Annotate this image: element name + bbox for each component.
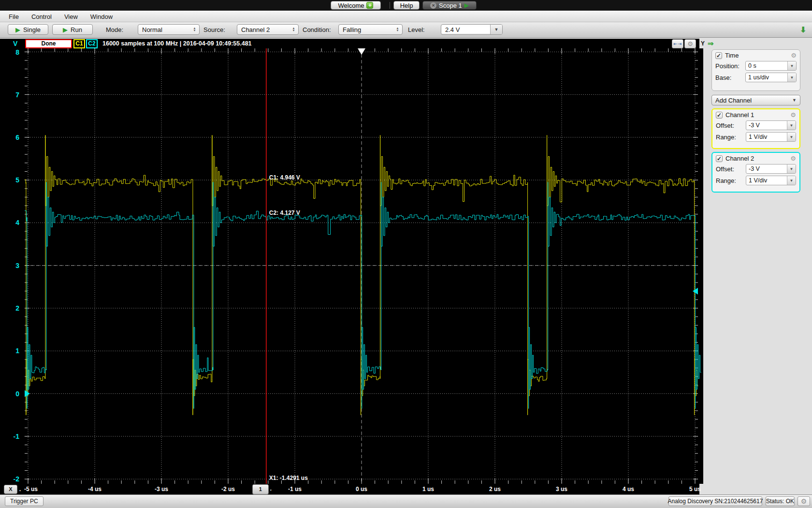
channel2-chip[interactable]: C2 bbox=[86, 39, 98, 48]
run-tab-icon[interactable]: ▶ bbox=[464, 2, 469, 8]
channel2-section: ✓ Channel 2 ⚙ Offset: -3 V ▼ Range: 1 V/… bbox=[711, 152, 800, 193]
x-tick-label: 2 us bbox=[489, 486, 501, 493]
add-channel-label: Add Channel bbox=[715, 97, 792, 104]
source-select[interactable]: Channel 2 ▲▼ bbox=[237, 24, 299, 35]
tab-welcome[interactable]: Welcome + bbox=[331, 1, 381, 10]
acquisition-status-button[interactable]: Done bbox=[25, 39, 72, 48]
chevron-down-icon: ▼ bbox=[787, 73, 796, 82]
time-position-select[interactable]: 0 s ▼ bbox=[745, 61, 797, 71]
tab-scope1[interactable]: ✕ Scope 1 ▶ bbox=[422, 1, 477, 10]
mode-select[interactable]: Normal ▲▼ bbox=[138, 24, 200, 35]
x-tick-label: 3 us bbox=[556, 486, 567, 493]
menu-view[interactable]: View bbox=[64, 13, 78, 20]
fit-width-icon[interactable]: ⇤⇥ bbox=[672, 39, 683, 48]
tab-help-label: Help bbox=[400, 2, 413, 9]
capture-info-text: 16000 samples at 100 MHz | 2016-04-09 10… bbox=[102, 40, 252, 47]
x-tick-label: 4 us bbox=[623, 486, 634, 493]
stepper-icon: ▲▼ bbox=[394, 27, 402, 32]
add-channel-button[interactable]: Add Channel ▼ bbox=[711, 95, 800, 105]
mode-value: Normal bbox=[138, 26, 191, 33]
channel1-chip[interactable]: C1 bbox=[73, 39, 85, 48]
base-label: Base: bbox=[715, 74, 745, 81]
trigger-pc-button[interactable]: Trigger PC bbox=[5, 496, 44, 506]
chevron-down-icon[interactable]: ▼ bbox=[490, 25, 502, 34]
channel2-offset-select[interactable]: -3 V ▼ bbox=[746, 164, 796, 174]
time-title: Time bbox=[725, 52, 791, 59]
condition-label: Condition: bbox=[303, 26, 331, 33]
svg-text:C2: 4.127 V: C2: 4.127 V bbox=[269, 209, 300, 216]
offset-value: -3 V bbox=[746, 122, 787, 129]
chevron-down-icon: ▼ bbox=[787, 133, 796, 141]
x-tick-label: 0 us bbox=[356, 486, 367, 493]
chevron-down-icon[interactable]: ▾ bbox=[17, 489, 23, 493]
condition-value: Falling bbox=[339, 26, 394, 33]
run-icon: ▶ bbox=[63, 26, 68, 33]
x-tick-label: -3 us bbox=[155, 486, 168, 493]
device-button[interactable]: Analog Discovery SN:210244625617 bbox=[668, 496, 762, 506]
menu-control[interactable]: Control bbox=[31, 13, 52, 20]
offset-value: -3 V bbox=[746, 165, 787, 172]
chevron-down-icon: ▼ bbox=[787, 121, 796, 130]
x-tick-label: 5 us bbox=[689, 486, 701, 493]
cursor1-handle[interactable]: 1 bbox=[252, 484, 269, 494]
export-download-icon[interactable]: ⬇ bbox=[800, 25, 806, 34]
svg-text:1: 1 bbox=[15, 347, 19, 355]
add-instrument-icon[interactable]: + bbox=[366, 2, 373, 9]
position-label: Position: bbox=[715, 62, 745, 70]
channel1-checkbox[interactable]: ✓ bbox=[716, 112, 723, 119]
scope-header-bar: V Done C1 C2 16000 samples at 100 MHz | … bbox=[0, 39, 699, 48]
source-value: Channel 2 bbox=[237, 26, 290, 33]
svg-text:8: 8 bbox=[15, 48, 19, 56]
x-tick-label: -5 us bbox=[24, 486, 38, 493]
condition-select[interactable]: Falling ▲▼ bbox=[338, 24, 403, 35]
x-tick-label: -4 us bbox=[88, 486, 102, 493]
channel2-title: Channel 2 bbox=[725, 155, 790, 162]
oscilloscope-plot[interactable]: 876543210-1-2C1: 4.946 VC2: 4.127 VX1: -… bbox=[0, 48, 703, 484]
range-value: 1 V/div bbox=[746, 134, 787, 140]
svg-text:2: 2 bbox=[15, 304, 19, 312]
run-button[interactable]: ▶ Run bbox=[52, 24, 93, 35]
svg-text:C1: 4.946 V: C1: 4.946 V bbox=[269, 174, 300, 181]
gear-icon[interactable]: ⚙ bbox=[790, 155, 796, 162]
mode-label: Mode: bbox=[106, 26, 123, 33]
menu-window[interactable]: Window bbox=[90, 13, 113, 20]
time-checkbox[interactable]: ✓ bbox=[715, 52, 722, 59]
level-value: 2.4 V bbox=[441, 26, 490, 33]
channel1-range-select[interactable]: 1 V/div ▼ bbox=[746, 132, 796, 142]
gear-icon[interactable]: ⚙ bbox=[684, 39, 696, 48]
gear-icon[interactable]: ⚙ bbox=[790, 111, 796, 119]
chevron-down-icon[interactable]: ▾ bbox=[268, 488, 274, 493]
channel2-checkbox[interactable]: ✓ bbox=[716, 155, 723, 162]
source-label: Source: bbox=[203, 26, 225, 33]
level-input[interactable]: 2.4 V ▼ bbox=[441, 24, 503, 35]
expand-right-icon[interactable]: ⇒ bbox=[708, 39, 714, 48]
chevron-down-icon: ▼ bbox=[792, 98, 797, 103]
y-axis-unit-label: V bbox=[13, 40, 17, 47]
channel2-range-select[interactable]: 1 V/div ▼ bbox=[746, 176, 796, 185]
svg-text:0: 0 bbox=[15, 390, 19, 398]
menu-bar: File Control View Window bbox=[0, 11, 812, 22]
base-value: 1 us/div bbox=[746, 74, 787, 81]
chevron-down-icon: ▼ bbox=[787, 61, 796, 70]
tab-help[interactable]: Help bbox=[393, 1, 420, 10]
status-ok-button[interactable]: Status: OK bbox=[766, 496, 795, 506]
close-tab-icon[interactable]: ✕ bbox=[430, 2, 436, 9]
chevron-down-icon: ▼ bbox=[787, 176, 796, 185]
time-base-select[interactable]: 1 us/div ▼ bbox=[745, 73, 797, 82]
menu-file[interactable]: File bbox=[9, 13, 19, 20]
range-value: 1 V/div bbox=[746, 177, 787, 184]
svg-text:6: 6 bbox=[15, 134, 19, 141]
channel1-offset-select[interactable]: -3 V ▼ bbox=[746, 120, 796, 130]
offset-label: Offset: bbox=[716, 122, 746, 129]
tab-divider bbox=[390, 2, 390, 9]
x-axis-label-row: X ▾ -5 us-4 us-3 us-2 us-1 us0 us1 us2 u… bbox=[0, 484, 699, 494]
x-tick-label: -2 us bbox=[221, 486, 235, 493]
gear-icon[interactable]: ⚙ bbox=[791, 52, 797, 59]
chevron-down-icon: ▼ bbox=[787, 164, 796, 173]
gear-icon[interactable]: ⚙ bbox=[798, 496, 810, 506]
x-axis-menu-button[interactable]: X bbox=[4, 485, 17, 494]
stepper-icon: ▲▼ bbox=[290, 27, 298, 32]
single-button[interactable]: ▶ Single bbox=[8, 24, 48, 35]
svg-text:5: 5 bbox=[15, 176, 19, 184]
status-bar: Trigger PC Analog Discovery SN:210244625… bbox=[0, 494, 812, 508]
